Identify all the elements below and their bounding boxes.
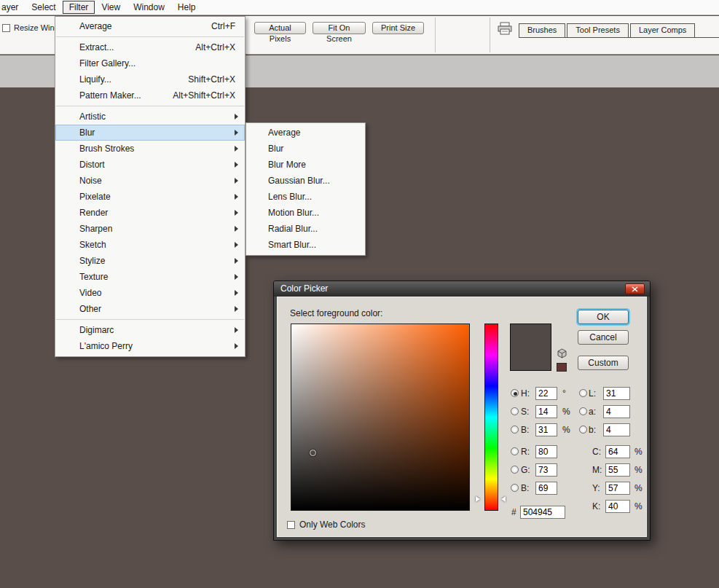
- menu-window[interactable]: Window: [127, 1, 171, 14]
- c-input[interactable]: [605, 445, 630, 458]
- ok-button[interactable]: OK: [578, 310, 629, 324]
- menu-select[interactable]: Select: [25, 1, 62, 14]
- b-hsb-radio[interactable]: [511, 426, 519, 434]
- filter-item-lamico-perry[interactable]: L'amico Perry: [55, 338, 245, 354]
- b-hsb-input[interactable]: [535, 423, 557, 436]
- g-input[interactable]: [535, 463, 557, 477]
- menu-item-label: Video: [79, 288, 101, 298]
- custom-button[interactable]: Custom: [578, 356, 629, 370]
- filter-item-liquify[interactable]: Liquify... Shift+Ctrl+X: [55, 71, 245, 87]
- s-input[interactable]: [535, 405, 557, 418]
- b-lab-input[interactable]: [603, 423, 630, 436]
- menu-item-label: Sketch: [79, 240, 106, 250]
- filter-item-video[interactable]: Video: [55, 285, 245, 301]
- menu-item-label: Stylize: [79, 256, 105, 266]
- m-unit: %: [634, 463, 643, 477]
- r-input[interactable]: [535, 445, 557, 458]
- h-input[interactable]: [535, 387, 557, 400]
- menu-item-label: Texture: [79, 272, 108, 282]
- filter-item-pixelate[interactable]: Pixelate: [55, 189, 245, 205]
- c-label: C:: [592, 445, 601, 458]
- blur-item-blur-more[interactable]: Blur More: [246, 157, 365, 173]
- b-lab-label: b:: [589, 423, 596, 436]
- blur-item-blur[interactable]: Blur: [246, 141, 365, 157]
- filter-item-texture[interactable]: Texture: [55, 269, 245, 285]
- b-hsb-row: B: %: [511, 423, 589, 438]
- dialog-title-bar[interactable]: Color Picker: [274, 281, 650, 297]
- l-radio[interactable]: [579, 389, 587, 397]
- a-radio[interactable]: [579, 407, 587, 415]
- tab-layer-comps[interactable]: Layer Comps: [630, 23, 695, 37]
- tab-brushes[interactable]: Brushes: [519, 23, 565, 37]
- blur-item-smart-blur[interactable]: Smart Blur...: [246, 237, 365, 253]
- hue-marker-right-icon[interactable]: [501, 496, 506, 502]
- l-input[interactable]: [603, 387, 630, 400]
- filter-item-sketch[interactable]: Sketch: [55, 237, 245, 253]
- resize-window-checkbox[interactable]: [2, 24, 10, 32]
- menu-item-label: Lens Blur...: [268, 192, 312, 202]
- only-web-colors-checkbox[interactable]: [287, 521, 295, 529]
- s-label: S:: [521, 405, 529, 418]
- submenu-arrow-icon: [235, 178, 238, 184]
- filter-item-extract[interactable]: Extract... Alt+Ctrl+X: [55, 39, 245, 55]
- close-button[interactable]: [625, 283, 645, 294]
- c-unit: %: [634, 445, 643, 458]
- filter-item-sharpen[interactable]: Sharpen: [55, 221, 245, 237]
- h-unit: °: [562, 387, 566, 400]
- not-web-safe-cube-icon[interactable]: [557, 348, 567, 361]
- saturation-brightness-field[interactable]: [291, 324, 470, 511]
- menu-bar: ayer Select Filter View Window Help: [0, 0, 719, 15]
- tab-tool-presets[interactable]: Tool Presets: [567, 23, 629, 37]
- filter-item-blur[interactable]: Blur: [55, 125, 245, 141]
- k-input[interactable]: [605, 500, 630, 513]
- menu-filter[interactable]: Filter: [63, 1, 95, 14]
- printer-icon[interactable]: [498, 22, 512, 37]
- h-row: H: °: [511, 387, 589, 401]
- y-input[interactable]: [605, 482, 630, 495]
- filter-item-filter-gallery[interactable]: Filter Gallery...: [55, 55, 245, 71]
- b-lab-radio[interactable]: [579, 426, 587, 434]
- filter-item-other[interactable]: Other: [55, 301, 245, 317]
- cancel-button[interactable]: Cancel: [578, 330, 629, 345]
- menu-item-label: Motion Blur...: [268, 208, 319, 218]
- hue-slider[interactable]: [484, 324, 498, 511]
- color-field-marker[interactable]: [310, 450, 316, 456]
- print-size-button[interactable]: Print Size: [372, 22, 424, 34]
- menu-help[interactable]: Help: [171, 1, 203, 14]
- h-radio[interactable]: [511, 389, 519, 397]
- blur-item-radial-blur[interactable]: Radial Blur...: [246, 221, 365, 237]
- web-safe-color-swatch[interactable]: [557, 363, 567, 372]
- menu-view[interactable]: View: [95, 1, 127, 14]
- a-input[interactable]: [603, 405, 630, 418]
- filter-item-artistic[interactable]: Artistic: [55, 109, 245, 125]
- b-rgb-input[interactable]: [535, 482, 557, 495]
- fit-on-screen-button[interactable]: Fit On Screen: [313, 22, 366, 34]
- filter-item-pattern-maker[interactable]: Pattern Maker... Alt+Shift+Ctrl+X: [55, 87, 245, 103]
- b-rgb-radio[interactable]: [511, 484, 519, 492]
- filter-item-noise[interactable]: Noise: [55, 173, 245, 189]
- blur-item-gaussian-blur[interactable]: Gaussian Blur...: [246, 173, 365, 189]
- filter-item-render[interactable]: Render: [55, 205, 245, 221]
- blur-item-average[interactable]: Average: [246, 125, 365, 141]
- blur-item-lens-blur[interactable]: Lens Blur...: [246, 189, 365, 205]
- hue-marker-left-icon[interactable]: [476, 496, 480, 502]
- filter-item-stylize[interactable]: Stylize: [55, 253, 245, 269]
- actual-pixels-button[interactable]: Actual Pixels: [254, 22, 306, 34]
- m-input[interactable]: [605, 463, 630, 477]
- menu-item-label: Blur More: [268, 160, 306, 170]
- blur-item-motion-blur[interactable]: Motion Blur...: [246, 205, 365, 221]
- h-label: H:: [521, 387, 530, 400]
- g-radio[interactable]: [511, 466, 519, 474]
- filter-item-digimarc[interactable]: Digimarc: [55, 322, 245, 338]
- y-label: Y:: [592, 482, 600, 495]
- only-web-colors-option[interactable]: Only Web Colors: [287, 520, 365, 530]
- hex-input[interactable]: [520, 506, 565, 519]
- submenu-arrow-icon: [235, 130, 238, 136]
- filter-item-distort[interactable]: Distort: [55, 157, 245, 173]
- filter-item-average[interactable]: Average Ctrl+F: [55, 18, 245, 34]
- r-radio[interactable]: [511, 447, 519, 455]
- filter-item-brush-strokes[interactable]: Brush Strokes: [55, 141, 245, 157]
- l-row: L:: [579, 387, 636, 401]
- s-radio[interactable]: [511, 407, 519, 415]
- menu-layer[interactable]: ayer: [0, 1, 25, 14]
